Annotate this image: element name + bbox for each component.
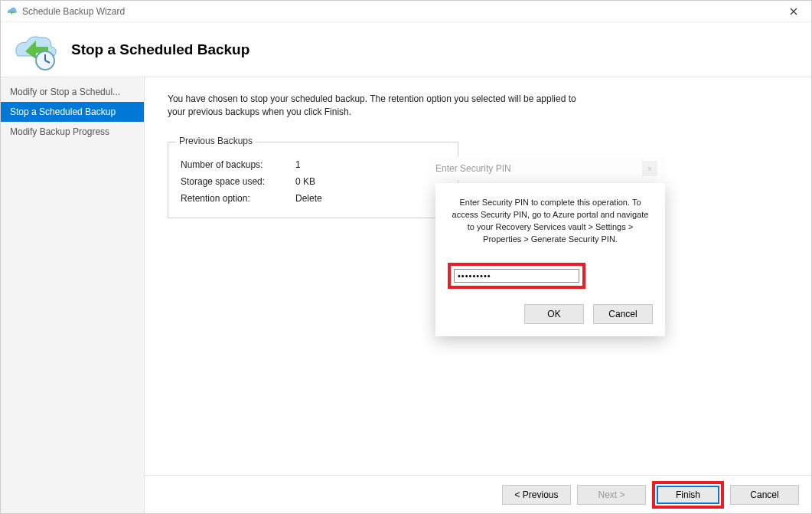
backup-cloud-clock-icon (10, 28, 64, 71)
finish-button[interactable]: Finish (657, 486, 719, 504)
window-close-button[interactable] (776, 1, 811, 22)
wizard-header: Stop a Scheduled Backup (1, 22, 811, 77)
row-number-of-backups: Number of backups: 1 (181, 159, 445, 170)
titlebar: Schedule Backup Wizard (1, 1, 811, 22)
clear-icon[interactable]: × (642, 161, 657, 176)
wizard-steps-sidebar: Modify or Stop a Schedul... Stop a Sched… (1, 77, 145, 513)
wizard-window: Schedule Backup Wizard Stop a Scheduled … (0, 0, 812, 514)
row-retention-option: Retention option: Delete (181, 193, 445, 204)
dialog-cancel-button[interactable]: Cancel (593, 304, 653, 324)
pin-input-highlight (448, 263, 585, 289)
security-pin-dialog: Enter Security PIN to complete this oper… (435, 183, 665, 336)
previous-button[interactable]: < Previous (502, 485, 571, 505)
row-storage-used: Storage space used: 0 KB (181, 176, 445, 187)
value-number-of-backups: 1 (295, 159, 301, 170)
cancel-button[interactable]: Cancel (730, 485, 799, 505)
finish-button-highlight: Finish (652, 481, 724, 509)
value-storage-used: 0 KB (295, 176, 315, 187)
previous-backups-fieldset: Previous Backups Number of backups: 1 St… (168, 142, 458, 218)
security-pin-placeholder-bar[interactable]: Enter Security PIN × (428, 157, 665, 180)
next-button: Next > (577, 485, 646, 505)
sidebar-item-stop-scheduled[interactable]: Stop a Scheduled Backup (1, 102, 144, 122)
wizard-footer: < Previous Next > Finish Cancel (145, 475, 811, 513)
dialog-ok-button[interactable]: OK (524, 304, 584, 324)
dialog-button-row: OK Cancel (448, 304, 653, 324)
label-storage-used: Storage space used: (181, 176, 295, 187)
dialog-message: Enter Security PIN to complete this oper… (448, 197, 653, 246)
intro-text: You have chosen to stop your scheduled b… (168, 93, 596, 119)
window-title: Schedule Backup Wizard (22, 6, 776, 17)
wizard-content: You have chosen to stop your scheduled b… (145, 77, 811, 475)
security-pin-input[interactable] (454, 269, 579, 283)
label-retention-option: Retention option: (181, 193, 295, 204)
wizard-main: You have chosen to stop your scheduled b… (145, 77, 811, 513)
value-retention-option: Delete (295, 193, 322, 204)
label-number-of-backups: Number of backups: (181, 159, 295, 170)
sidebar-item-modify-or-stop[interactable]: Modify or Stop a Schedul... (1, 82, 144, 102)
fieldset-legend: Previous Backups (176, 136, 256, 146)
sidebar-item-modify-progress[interactable]: Modify Backup Progress (1, 122, 144, 142)
wizard-body: Modify or Stop a Schedul... Stop a Sched… (1, 77, 811, 513)
page-title: Stop a Scheduled Backup (71, 41, 249, 58)
app-icon (5, 5, 18, 18)
security-pin-placeholder-text: Enter Security PIN (435, 163, 511, 174)
